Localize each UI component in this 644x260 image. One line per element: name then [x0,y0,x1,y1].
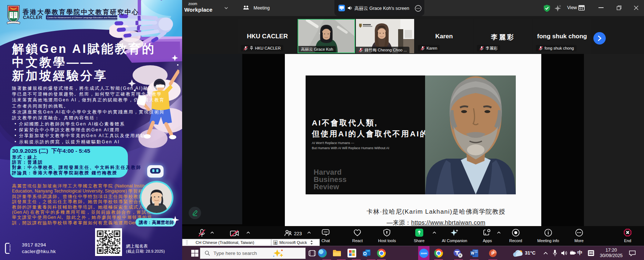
svg-text:W: W [471,251,475,255]
svg-text:P: P [491,251,494,256]
